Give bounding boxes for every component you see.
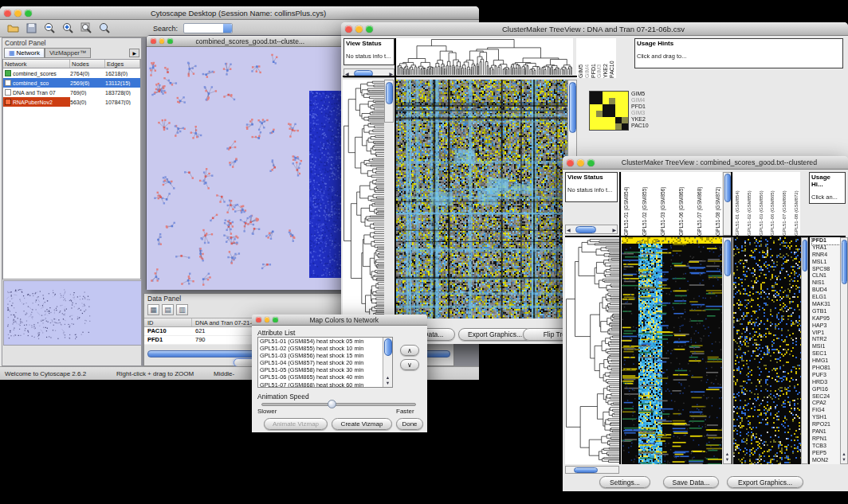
slider-thumb[interactable] [575,226,596,233]
attribute-item[interactable]: GPL51-05 (GSM858) heat shock 30 min [258,366,383,373]
gene-label[interactable]: PFD1 [812,237,840,244]
scroll-down-icon[interactable]: ▼ [841,457,847,463]
gene-label[interactable]: CPA2 [812,400,840,407]
combined-row-dendrogram[interactable] [565,237,619,464]
attribute-item[interactable]: GPL51-03 (GSM856) heat shock 15 min [258,352,383,359]
slider-thumb[interactable] [386,82,393,104]
minimize-icon[interactable] [265,317,270,322]
combined-zoom-slider[interactable]: ◀ ▶ [565,225,618,234]
combined-global-heatmap[interactable] [733,237,801,464]
scrollbar-thumb[interactable] [842,240,847,284]
dna-heatmap[interactable] [396,80,567,318]
maximize-icon[interactable] [587,159,595,166]
close-icon[interactable] [345,25,352,33]
speed-slider-track[interactable] [261,403,416,406]
move-down-button[interactable]: ∨ [400,359,419,370]
zoom-in-icon[interactable] [61,22,74,35]
gene-label[interactable]: KAP95 [812,315,840,322]
gene-label[interactable]: YSH1 [812,414,840,421]
gene-label[interactable]: SEC1 [812,350,840,357]
scrollbar-thumb[interactable] [384,338,392,356]
column-label[interactable]: GPL51-08 (GSM872) [715,172,720,236]
tab-vizmapper[interactable]: VizMapper™ [45,48,91,58]
speed-slider-thumb[interactable] [328,400,336,408]
close-icon[interactable] [256,317,261,322]
gene-label[interactable]: GTB1 [812,308,840,315]
maximize-icon[interactable] [366,25,373,33]
matrix-label[interactable]: PAC10 [631,123,663,129]
column-label[interactable]: GIM4 [584,38,590,78]
scrollbar-thumb[interactable] [569,82,576,133]
column-label[interactable]: GPL51-07 (GSM868) [697,172,702,236]
col-id[interactable]: ID [144,318,192,326]
close-icon[interactable] [567,159,574,166]
gene-label[interactable]: PUF3 [812,372,840,379]
save-icon[interactable] [25,22,37,35]
matrix-label[interactable]: GIM5 [631,91,663,97]
export-graphics-button[interactable]: Export Graphics... [727,476,803,488]
gene-label[interactable]: RPN1 [812,436,840,443]
gene-label[interactable]: PEP5 [812,450,840,457]
scrollbar-thumb[interactable] [724,240,731,276]
scroll-up-icon[interactable]: ▲ [383,375,392,381]
column-label[interactable]: YKE2 [603,38,608,78]
settings-button[interactable]: Settings... [599,476,650,488]
matrix-label[interactable]: GIM3 [631,110,663,116]
column-label[interactable]: PFD1 [591,38,596,78]
network-row[interactable]: combined_sco 2569(6) 13112(15) [3,78,140,88]
column-label[interactable]: GPL51-03 (GSM856) [660,172,665,236]
maximize-icon[interactable] [273,317,278,322]
gene-label[interactable]: HMG1 [812,357,840,365]
gene-label[interactable]: YRA1 [812,244,840,252]
move-up-button[interactable]: ∧ [400,345,419,356]
network-row[interactable]: DNA and Tran 07 769(0) 183728(0) [3,88,140,97]
gene-label[interactable]: BUD4 [812,287,840,294]
scroll-up-icon[interactable]: ▲ [841,451,847,457]
treeview-combined-titlebar[interactable]: ClusterMaker TreeView : combined_scores_… [563,156,848,170]
col-network[interactable]: Network [3,60,70,68]
scroll-up-icon[interactable]: ▲ [724,451,731,457]
gene-label[interactable]: HAP3 [812,322,840,330]
column-label[interactable]: GPL51-02 (GSM855) [642,172,647,236]
zoom-out-icon[interactable] [43,22,56,35]
column-label[interactable]: PAC10 [609,38,614,78]
minimize-icon[interactable] [577,159,584,166]
dna-column-dendrogram[interactable] [396,38,573,75]
scrollbar-thumb[interactable] [724,174,731,202]
gene-label[interactable]: HRD3 [812,379,840,386]
zoom-selected-icon[interactable] [98,22,111,35]
gene-label[interactable]: FIG4 [812,407,840,414]
attribute-list-vscrollbar[interactable]: ▲ ▼ [383,338,392,387]
save-data-button[interactable]: Save Data... [663,476,719,488]
network-view-titlebar[interactable]: combined_scores_good.txt--cluste... [147,36,344,47]
column-label[interactable]: GPL51-01 (GSM854) [623,172,629,236]
dialog-titlebar[interactable]: Map Colors to Network [252,315,427,326]
attribute-item[interactable]: GPL51-01 (GSM854) heat shock 05 min [258,338,383,345]
tab-network[interactable]: ▦ Network [4,48,45,58]
scroll-down-icon[interactable]: ▼ [383,381,392,386]
close-icon[interactable] [151,38,156,44]
open-folder-icon[interactable] [6,22,19,35]
done-button[interactable]: Done [396,418,423,430]
gene-label[interactable]: SEC24 [812,393,840,400]
scroll-down-icon[interactable]: ▼ [724,457,731,463]
scrollbar-thumb[interactable] [803,240,807,272]
column-label[interactable]: GIM3 [596,38,602,78]
column-label[interactable]: GIM5 [578,38,583,78]
animate-vizmap-button[interactable]: Animate Vizmap [264,418,328,430]
network-row[interactable]: RNAPuberNov2 563(0) 107847(0) [3,97,140,107]
minimize-icon[interactable] [159,38,165,44]
attribute-item[interactable]: GPL51-06 (GSM865) heat shock 40 min [258,373,383,381]
gene-label[interactable]: MSL1 [812,259,840,266]
cytoscape-titlebar[interactable]: Cytoscape Desktop (Session Name: collins… [0,6,479,20]
attribute-item[interactable]: GPL51-02 (GSM855) heat shock 10 min [258,345,383,352]
dna-row-dendrogram[interactable] [343,80,384,318]
attribute-item[interactable]: GPL51-07 (GSM868) heat shock 60 min [258,381,383,388]
gene-label[interactable]: MAK31 [812,301,840,308]
close-icon[interactable] [4,10,11,17]
attribute-create-icon[interactable]: ▤ [162,304,174,315]
search-combo[interactable] [183,23,233,33]
slider-left-icon[interactable]: ◀ [567,227,571,232]
gene-label[interactable]: TCB3 [812,443,840,450]
gene-label[interactable]: ELG1 [812,294,840,301]
